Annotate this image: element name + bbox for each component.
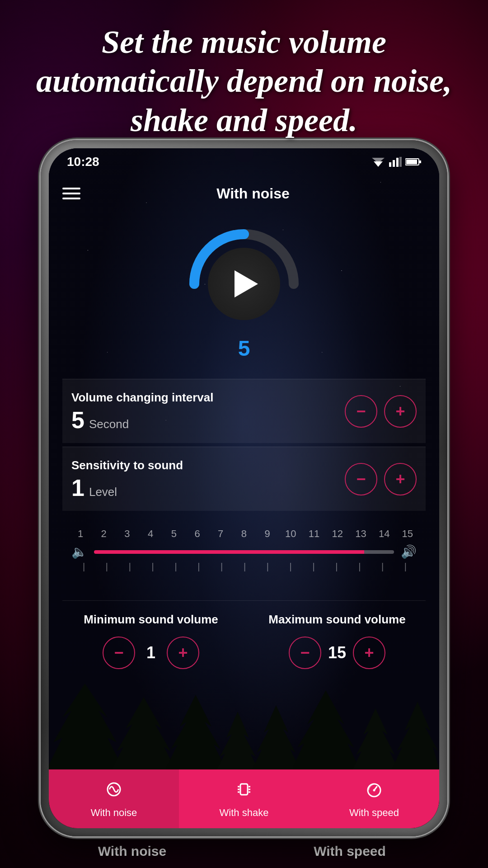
svg-rect-3: [389, 162, 391, 167]
phone-frame: 10:28: [41, 140, 447, 836]
nav-shake-label: With shake: [220, 807, 269, 819]
svg-rect-9: [419, 160, 421, 163]
status-icons: [371, 157, 421, 167]
play-button[interactable]: [208, 248, 280, 320]
volume-interval-unit: Second: [89, 417, 129, 431]
sensitivity-value: 1: [71, 476, 84, 500]
sensitivity-plus[interactable]: +: [384, 463, 417, 495]
svg-marker-2: [372, 158, 385, 163]
svg-rect-8: [406, 160, 417, 164]
volume-interval-buttons: − +: [345, 395, 417, 428]
svg-rect-11: [240, 784, 248, 795]
hamburger-menu[interactable]: [62, 188, 80, 199]
volume-slider[interactable]: [94, 550, 394, 554]
tree-silhouette: [49, 684, 439, 783]
nav-item-speed[interactable]: With speed: [309, 769, 439, 828]
min-volume-value: 1: [142, 643, 160, 662]
volume-interval-section: Volume changing interval 5 Second − +: [62, 379, 426, 443]
svg-point-19: [373, 789, 375, 791]
toolbar: With noise: [49, 175, 439, 212]
sensitivity-label: Sensitivity to sound: [71, 458, 183, 472]
max-volume-col: Maximum sound volume − 15 +: [249, 612, 426, 669]
status-bar: 10:28: [49, 148, 439, 175]
volume-interval-plus[interactable]: +: [384, 395, 417, 428]
nav-noise-icon: [104, 779, 124, 803]
battery-icon: [405, 158, 421, 166]
max-volume-value: 15: [328, 643, 346, 662]
bottom-label-speed: With speed: [293, 844, 406, 859]
min-volume-plus[interactable]: +: [167, 637, 199, 669]
bottom-label-noise: With noise: [75, 844, 189, 859]
volume-slider-section: 1 2 3 4 5 6 7 8 9 10 11 12 13 14 15: [62, 519, 426, 581]
minmax-volume-section: Minimum sound volume − 1 + Maximum sound…: [62, 600, 426, 669]
min-volume-minus[interactable]: −: [103, 637, 135, 669]
max-volume-label: Maximum sound volume: [268, 612, 405, 627]
volume-low-icon: 🔈: [71, 544, 87, 559]
slider-ticks: | | | | | | | | | | | | | | |: [71, 561, 417, 572]
min-volume-label: Minimum sound volume: [84, 612, 218, 627]
play-icon: [235, 270, 258, 297]
bottom-navigation: With noise With sha: [49, 769, 439, 828]
sensitivity-section: Sensitivity to sound 1 Level − +: [62, 447, 426, 511]
nav-speed-icon: [364, 779, 384, 803]
slider-track-container: 🔈 🔊: [71, 544, 417, 559]
volume-interval-minus[interactable]: −: [345, 395, 377, 428]
slider-numbers: 1 2 3 4 5 6 7 8 9 10 11 12 13 14 15: [71, 528, 417, 540]
max-volume-minus[interactable]: −: [289, 637, 321, 669]
max-volume-plus[interactable]: +: [353, 637, 385, 669]
volume-high-icon: 🔊: [401, 544, 417, 559]
volume-interval-label: Volume changing interval: [71, 391, 213, 405]
nav-shake-icon: [234, 779, 254, 803]
volume-dial-container: 5: [176, 216, 312, 352]
notch: [235, 148, 253, 162]
hero-title: Set the music volume automatically depen…: [0, 14, 488, 149]
wifi-icon: [371, 157, 385, 167]
sensitivity-buttons: − +: [345, 463, 417, 495]
nav-item-noise[interactable]: With noise: [49, 769, 179, 828]
max-volume-controls: − 15 +: [289, 637, 385, 669]
min-volume-controls: − 1 +: [103, 637, 199, 669]
signal-icon: [389, 157, 402, 167]
sensitivity-unit: Level: [89, 485, 117, 499]
svg-rect-6: [399, 157, 402, 167]
svg-rect-5: [396, 158, 399, 167]
toolbar-title: With noise: [80, 185, 426, 202]
nav-noise-label: With noise: [91, 807, 137, 819]
svg-rect-4: [393, 160, 395, 167]
nav-speed-label: With speed: [349, 807, 399, 819]
sensitivity-minus[interactable]: −: [345, 463, 377, 495]
phone-container: 10:28: [41, 140, 447, 836]
phone-screen: 10:28: [49, 148, 439, 828]
volume-interval-value: 5: [71, 408, 84, 432]
nav-item-shake[interactable]: With shake: [179, 769, 309, 828]
min-volume-col: Minimum sound volume − 1 +: [62, 612, 239, 669]
status-time: 10:28: [67, 155, 99, 169]
dial-value: 5: [238, 336, 250, 361]
